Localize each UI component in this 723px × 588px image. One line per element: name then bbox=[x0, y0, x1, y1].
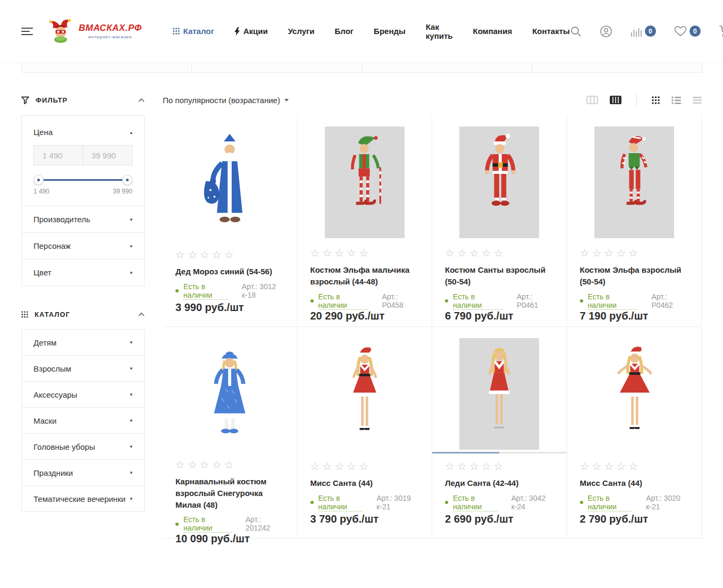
product-image-miss-santa-2[interactable] bbox=[580, 338, 689, 450]
rating-stars: ☆☆☆☆☆ bbox=[310, 248, 419, 258]
availability-link[interactable]: Есть в наличии bbox=[318, 494, 363, 511]
product-title[interactable]: Карнавальный костюм взрослый Снегурочка … bbox=[175, 476, 284, 510]
divider bbox=[636, 94, 637, 106]
catalog-item-theme-parties[interactable]: Тематические вечеринки▾ bbox=[21, 485, 145, 512]
product-card: ☆☆☆☆☆ Костюм Санты взрослый (50-54) Есть… bbox=[432, 115, 567, 327]
sort-select[interactable]: По популярности (возрастание) bbox=[163, 96, 289, 105]
availability-link[interactable]: Есть в наличии bbox=[318, 292, 368, 310]
product-title[interactable]: Мисс Санта (44) bbox=[580, 477, 689, 489]
product-image-snegurochka[interactable] bbox=[175, 338, 284, 450]
price-max-input[interactable] bbox=[83, 145, 132, 165]
filter-dropdown-character[interactable]: Персонаж ▾ bbox=[21, 232, 145, 259]
triangle-up-icon[interactable]: ▴ bbox=[130, 130, 132, 135]
nav-catalog[interactable]: Каталог bbox=[173, 27, 214, 36]
cart-button[interactable]: 0 bbox=[719, 25, 723, 37]
nav-contacts[interactable]: Контакты bbox=[532, 27, 570, 36]
filter-dropdown-color[interactable]: Цвет ▾ bbox=[21, 259, 145, 286]
product-title[interactable]: Дед Мороз синий (54-56) bbox=[175, 266, 284, 278]
product-card: ☆☆☆☆☆ Костюм Эльфа мальчика взрослый (44… bbox=[298, 115, 433, 327]
rating-stars: ☆☆☆☆☆ bbox=[445, 248, 554, 258]
product-price: 6 790 руб./шт bbox=[445, 310, 554, 322]
image-carousel-indicator bbox=[567, 452, 702, 453]
availability-link[interactable]: Есть в наличии bbox=[588, 494, 633, 511]
view-toggles bbox=[586, 94, 702, 106]
product-title[interactable]: Мисс Санта (44) bbox=[310, 477, 419, 489]
in-stock-dot bbox=[445, 501, 448, 504]
cutoff-banner-row bbox=[21, 63, 702, 73]
jester-logo-icon bbox=[47, 18, 74, 45]
sidebar: ФИЛЬТР Цена ▴ 1 490 39 990 bbox=[21, 92, 145, 539]
slider-min-label: 1 490 bbox=[33, 188, 49, 195]
hamburger-menu-icon[interactable] bbox=[21, 26, 33, 37]
nav-blog[interactable]: Блог bbox=[335, 27, 354, 36]
nav-sales[interactable]: Акции bbox=[234, 27, 268, 36]
product-image-elf-adult[interactable] bbox=[580, 127, 689, 238]
catalog-item-masks[interactable]: Маски▾ bbox=[21, 407, 145, 434]
product-title[interactable]: Костюм Эльфа взрослый (50-54) bbox=[580, 264, 689, 288]
product-image-lady-santa[interactable] bbox=[445, 338, 554, 450]
grid-view-icon-active[interactable] bbox=[652, 96, 660, 104]
product-price: 7 190 руб./шт bbox=[580, 310, 689, 322]
price-range-slider[interactable] bbox=[35, 175, 131, 186]
availability-link[interactable]: Есть в наличии bbox=[183, 282, 228, 300]
product-sku: Арт.: 3012 к-18 bbox=[242, 282, 284, 299]
nav-how-to-buy[interactable]: Как купить bbox=[426, 22, 453, 40]
nav-brands[interactable]: Бренды bbox=[374, 27, 406, 36]
price-min-input[interactable] bbox=[33, 145, 83, 165]
chevron-up-icon[interactable] bbox=[138, 313, 145, 316]
product-title[interactable]: Костюм Эльфа мальчика взрослый (44-48) bbox=[310, 264, 419, 288]
slider-handle-min[interactable] bbox=[33, 175, 44, 185]
image-carousel-indicator[interactable] bbox=[432, 452, 567, 453]
product-title[interactable]: Костюм Санты взрослый (50-54) bbox=[445, 264, 554, 288]
list-view-icon[interactable] bbox=[671, 96, 681, 104]
account-icon[interactable] bbox=[600, 25, 612, 38]
three-columns-icon[interactable] bbox=[586, 96, 598, 104]
catalog-item-adults[interactable]: Взрослым▾ bbox=[21, 355, 145, 382]
favorites-button[interactable]: 0 bbox=[674, 26, 701, 37]
nav-company[interactable]: Компания bbox=[473, 27, 512, 36]
lightning-icon bbox=[234, 27, 240, 36]
product-image-ded-moroz-blue[interactable] bbox=[175, 127, 284, 238]
triangle-down-icon: ▾ bbox=[130, 418, 132, 423]
product-image-santa-adult[interactable] bbox=[445, 127, 554, 238]
heart-icon bbox=[674, 26, 687, 37]
logo[interactable]: ВМАСКАХ.РФ интернет-магазин bbox=[47, 18, 142, 45]
nav-services[interactable]: Услуги bbox=[288, 27, 315, 36]
catalog-item-kids[interactable]: Детям▾ bbox=[21, 329, 145, 356]
filter-section-header[interactable]: ФИЛЬТР bbox=[21, 92, 145, 108]
triangle-down-icon: ▾ bbox=[130, 270, 132, 275]
search-icon[interactable] bbox=[570, 26, 582, 37]
product-card: ☆☆☆☆☆ Дед Мороз синий (54-56) Есть в нал… bbox=[163, 115, 298, 327]
product-image-miss-santa[interactable] bbox=[310, 338, 419, 450]
catalog-item-accessories[interactable]: Аксессуары▾ bbox=[21, 381, 145, 408]
in-stock-dot bbox=[445, 299, 448, 303]
product-image-elf-boy[interactable] bbox=[310, 127, 419, 238]
product-price: 3 990 руб./шт bbox=[175, 301, 284, 314]
compact-list-view-icon[interactable] bbox=[693, 97, 702, 104]
price-filter-panel: Цена ▴ 1 490 39 990 bbox=[21, 115, 145, 206]
product-title[interactable]: Леди Санта (42-44) bbox=[445, 477, 554, 489]
product-grid: ☆☆☆☆☆ Дед Мороз синий (54-56) Есть в нал… bbox=[163, 115, 702, 539]
compare-button[interactable]: 0 bbox=[630, 26, 656, 37]
cart-icon bbox=[719, 25, 723, 37]
catalog-item-hats[interactable]: Головные уборы▾ bbox=[21, 433, 145, 460]
product-card: ☆☆☆☆☆ Карнавальный костюм взрослый Снегу… bbox=[163, 327, 298, 539]
product-sku: Арт.: 3020 к-21 bbox=[646, 494, 688, 511]
triangle-down-icon: ▾ bbox=[130, 444, 132, 449]
chevron-up-icon[interactable] bbox=[138, 98, 145, 102]
availability-link[interactable]: Есть в наличии bbox=[453, 494, 498, 511]
catalog-section-header[interactable]: КАТАЛОГ bbox=[21, 306, 145, 322]
product-sku: Арт.: 3042 к-24 bbox=[511, 494, 554, 511]
triangle-down-icon: ▾ bbox=[130, 366, 132, 371]
catalog-item-holidays[interactable]: Праздники▾ bbox=[21, 459, 145, 486]
filter-dropdown-manufacturer[interactable]: Производитель ▾ bbox=[21, 206, 145, 233]
rating-stars: ☆☆☆☆☆ bbox=[580, 461, 689, 472]
four-columns-icon-active[interactable] bbox=[610, 96, 621, 104]
availability-link[interactable]: Есть в наличии bbox=[453, 292, 503, 310]
product-price: 2 790 руб./шт bbox=[580, 513, 689, 525]
product-price: 3 790 руб./шт bbox=[310, 513, 419, 525]
slider-handle-max[interactable] bbox=[122, 175, 132, 185]
product-sku: Арт.: P0461 bbox=[517, 292, 554, 309]
availability-link[interactable]: Есть в наличии bbox=[588, 292, 638, 310]
availability-link[interactable]: Есть в наличии bbox=[183, 515, 232, 533]
